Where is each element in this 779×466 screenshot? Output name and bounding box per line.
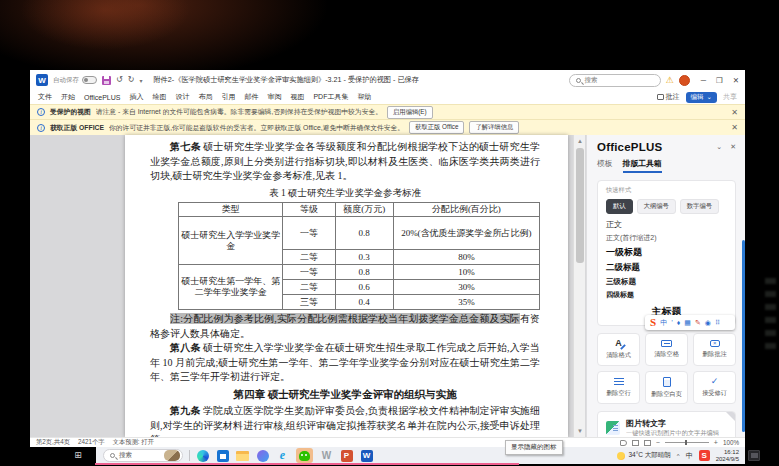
quick-access-caret-icon[interactable]: ▾ xyxy=(139,77,142,84)
style-body[interactable]: 正文 xyxy=(606,219,727,230)
autosave-toggle[interactable]: 自动保存 xyxy=(53,76,97,85)
accept-revisions-icon: ✓ xyxy=(711,377,719,386)
panel-tab-templates[interactable]: 模板 xyxy=(597,158,613,173)
close-button[interactable]: ✕ xyxy=(733,76,739,85)
taskbar-word-icon[interactable]: W xyxy=(360,449,373,462)
redo-icon[interactable]: ↻ xyxy=(128,76,135,84)
tab-design[interactable]: 设计 xyxy=(175,92,189,102)
comments-button[interactable]: 批注 xyxy=(657,92,680,102)
clock[interactable]: 16:12 2024/9/5 xyxy=(716,449,739,463)
style-heading-3[interactable]: 三级标题 xyxy=(606,277,727,287)
ime-mode-toggle[interactable]: 中 xyxy=(660,319,667,326)
style-body-indent[interactable]: 正文(首行缩进2) xyxy=(606,233,727,243)
sogou-tray-icon[interactable]: S xyxy=(699,450,710,461)
tab-draw[interactable]: 绘图 xyxy=(152,92,166,102)
share-button[interactable]: 共享 xyxy=(723,92,737,102)
style-heading-4[interactable]: 四级标题 xyxy=(606,290,727,300)
get-genuine-office-button[interactable]: 获取正版 Office xyxy=(409,121,464,134)
panel-close-icon[interactable]: ✕ xyxy=(730,143,736,151)
tab-insert[interactable]: 插入 xyxy=(129,92,143,102)
minimize-button[interactable]: ─ xyxy=(701,76,706,85)
read-mode-icon[interactable] xyxy=(620,440,627,446)
tab-officeplus[interactable]: OfficePLUS xyxy=(84,94,120,101)
tool-delete-empty-lines[interactable]: 删除空行 xyxy=(597,371,640,404)
taskbar-copilot-icon[interactable] xyxy=(256,449,269,462)
tool-delete-comments[interactable]: 删除批注 xyxy=(693,333,736,366)
paragraph-article-8: 第八条 硕士研究生入学学业奖学金在硕士研究生招生录取工作完成之后开始,入学当年 … xyxy=(150,341,540,385)
language-indicator[interactable]: 中 xyxy=(686,451,693,461)
print-layout-icon[interactable] xyxy=(632,440,639,446)
scroll-up-icon[interactable]: ▲ xyxy=(574,136,586,146)
tab-view[interactable]: 视图 xyxy=(290,92,304,102)
ime-skin-brush-icon[interactable]: ✎ xyxy=(695,319,701,326)
tab-file[interactable]: 文件 xyxy=(38,92,52,102)
zoom-level[interactable]: 100% xyxy=(723,439,739,446)
tab-pdf-tools[interactable]: PDF工具集 xyxy=(313,92,348,102)
weather-widget[interactable]: 34°C 大部晴朗 xyxy=(617,451,670,460)
zoom-slider[interactable] xyxy=(665,442,709,443)
chip-default[interactable]: 默认 xyxy=(606,199,633,214)
text-prediction-status[interactable]: 文本预测: 打开 xyxy=(113,438,154,447)
zoom-in-icon[interactable]: + xyxy=(714,439,718,446)
page-indicator[interactable]: 第2页,共4页 xyxy=(36,438,70,447)
tab-references[interactable]: 引用 xyxy=(221,92,235,102)
tool-accept-revisions[interactable]: ✓ 接受修订 xyxy=(693,371,736,404)
web-layout-icon[interactable] xyxy=(644,440,651,446)
close-notice-icon[interactable]: ✕ xyxy=(731,108,738,117)
tab-layout[interactable]: 布局 xyxy=(198,92,212,102)
ime-toolbar[interactable]: S 中 ’ ♦ ▦ ✎ ◉ ⠿ xyxy=(645,315,735,330)
search-placeholder: 搜索 xyxy=(585,76,598,85)
document-page[interactable]: 第七条 硕士研究生学业奖学金各等级额度和分配比例根据学校下达的硕士研究生学业奖学… xyxy=(125,135,568,437)
tab-review[interactable]: 审阅 xyxy=(267,92,281,102)
start-button[interactable]: ⊞ xyxy=(70,449,86,462)
style-heading-2[interactable]: 二级标题 xyxy=(606,262,727,274)
panel-scrollbar-thumb[interactable] xyxy=(742,240,745,432)
taskbar-powerpoint-icon[interactable]: P xyxy=(340,449,353,462)
scrollbar-thumb[interactable] xyxy=(576,148,584,263)
table-row: 硕士研究生入学学业奖学金 一等 0.8 20%(含优质生源奖学金所占比例) xyxy=(179,217,540,250)
restore-button[interactable]: ❐ xyxy=(716,76,723,85)
notification-center-icon[interactable] xyxy=(748,450,760,461)
tool-clear-spaces[interactable]: 清除空格 xyxy=(645,333,688,366)
show-hidden-icons-button[interactable]: ^ xyxy=(677,453,680,459)
style-heading-1[interactable]: 一级标题 xyxy=(606,246,727,259)
account-avatar[interactable] xyxy=(679,75,690,86)
panel-collapse-icon[interactable]: ⌄ xyxy=(716,143,722,151)
taskbar-edge-icon[interactable] xyxy=(196,449,209,462)
save-icon[interactable] xyxy=(102,76,111,85)
taskbar-search[interactable]: 搜索 xyxy=(103,449,183,462)
document-scrollbar[interactable]: ▲ ▼ xyxy=(573,135,585,437)
ime-keyboard-icon[interactable]: ▦ xyxy=(684,319,691,326)
ime-punct-icon[interactable]: ’ xyxy=(671,319,673,326)
warning-icon[interactable]: ⚠ xyxy=(666,75,674,85)
taskbar-wechat-icon[interactable] xyxy=(296,448,313,463)
quick-styles-card: 快速样式 默认 大纲编号 数字编号 正文 正文(首行缩进2) 一级标题 二级标题… xyxy=(597,180,736,326)
taskbar-w-app-icon[interactable]: W xyxy=(320,449,333,462)
ime-mic-icon[interactable]: ♦ xyxy=(677,319,681,326)
ime-search-icon[interactable]: ◉ xyxy=(705,319,711,326)
word-count[interactable]: 2421个字 xyxy=(78,438,105,447)
chip-outline-numbering[interactable]: 大纲编号 xyxy=(637,199,676,214)
learn-more-button[interactable]: 了解详细信息 xyxy=(469,121,519,134)
sogou-logo-icon[interactable]: S xyxy=(650,317,656,328)
zoom-out-icon[interactable]: − xyxy=(656,439,660,446)
tab-home[interactable]: 开始 xyxy=(61,92,75,102)
editing-mode-button[interactable]: 编辑 ⌄ xyxy=(686,92,717,103)
tool-clear-format[interactable]: A 清除格式 xyxy=(597,333,640,366)
search-input[interactable]: 搜索 xyxy=(569,74,661,87)
tool-delete-blank-page[interactable]: 删除空白页 xyxy=(645,371,688,404)
tab-mailings[interactable]: 邮件 xyxy=(244,92,258,102)
taskbar-store-icon[interactable] xyxy=(216,449,229,462)
ime-more-icon[interactable]: ⠿ xyxy=(715,319,720,326)
scroll-down-icon[interactable]: ▼ xyxy=(574,426,586,436)
toggle-off-icon[interactable] xyxy=(82,76,97,84)
undo-icon[interactable]: ↺ xyxy=(116,76,123,84)
taskbar-explorer-icon[interactable] xyxy=(236,449,249,462)
chip-numeric-numbering[interactable]: 数字编号 xyxy=(680,199,719,214)
close-notice-icon[interactable]: ✕ xyxy=(731,123,738,132)
divider xyxy=(189,450,190,461)
tab-help[interactable]: 帮助 xyxy=(357,92,371,102)
panel-tab-toolbox[interactable]: 排版工具箱 xyxy=(623,158,662,173)
enable-editing-button[interactable]: 启用编辑(E) xyxy=(387,106,433,119)
taskbar-ie-icon[interactable]: e xyxy=(276,449,289,462)
